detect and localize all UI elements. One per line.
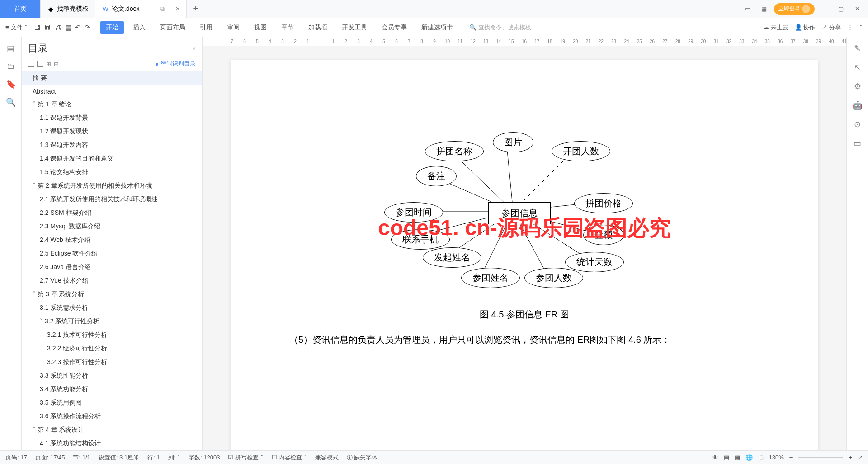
page-number[interactable]: 页码: 17: [5, 454, 27, 462]
chevron-down-icon[interactable]: ˅: [859, 24, 863, 31]
toc-item[interactable]: 1.4 课题开发的目的和意义: [22, 152, 202, 166]
spellcheck[interactable]: ☑ 拼写检查 ˅: [228, 454, 263, 462]
location-icon[interactable]: ⊙: [854, 119, 861, 129]
er-attr: 拼团名称: [425, 141, 484, 161]
toc-item[interactable]: 3.4 系统功能分析: [22, 383, 202, 396]
tab-home[interactable]: 首页: [0, 0, 41, 18]
toc-item[interactable]: 2.1 系统开发所使用的相关技术和环境概述: [22, 193, 202, 206]
ribbon-tab[interactable]: 加载项: [303, 21, 333, 34]
toc-item[interactable]: 1.2 课题开发现状: [22, 125, 202, 138]
toc-item[interactable]: 3.6 系统操作流程分析: [22, 410, 202, 423]
fullscreen-icon[interactable]: ⬚: [758, 454, 764, 461]
close-button[interactable]: ✕: [851, 3, 863, 15]
content-check[interactable]: ☐ 内容检查 ˅: [272, 454, 307, 462]
toc-item[interactable]: 2.6 Java 语言介绍: [22, 260, 202, 274]
share-button[interactable]: ↗ 分享: [821, 24, 841, 32]
toc-item[interactable]: 2.4 Web 技术介绍: [22, 233, 202, 247]
page-count[interactable]: 页面: 17/45: [35, 454, 65, 462]
file-menu[interactable]: ≡ 文件 ˅: [5, 24, 28, 32]
toc-item[interactable]: 3.1 系统需求分析: [22, 301, 202, 315]
preview-icon[interactable]: ▤: [65, 24, 71, 32]
folder-icon[interactable]: 🗀: [7, 62, 15, 71]
section[interactable]: 节: 1/1: [73, 454, 90, 462]
ribbon-tab[interactable]: 视图: [249, 21, 272, 34]
minus-icon[interactable]: ⊟: [54, 61, 59, 67]
grid-icon[interactable]: ▦: [758, 3, 770, 15]
ribbon-tab[interactable]: 章节: [276, 21, 299, 34]
ribbon-tab[interactable]: 引用: [194, 21, 218, 34]
close-sidebar-icon[interactable]: ×: [192, 45, 196, 52]
saveas-icon[interactable]: 🖬: [44, 24, 51, 32]
ribbon-tab[interactable]: 开发工具: [336, 21, 373, 34]
toc-item[interactable]: 3.5 系统用例图: [22, 396, 202, 410]
toc-item[interactable]: 1.5 论文结构安排: [22, 166, 202, 179]
settings-icon[interactable]: ⚙: [854, 81, 861, 91]
zoom-out-icon[interactable]: −: [789, 454, 793, 461]
toc-item[interactable]: 2.5 Eclipse 软件介绍: [22, 247, 202, 260]
plus-icon[interactable]: ⊞: [46, 61, 51, 67]
word-count[interactable]: 字数: 12003: [189, 454, 220, 462]
print-icon[interactable]: 🖨: [55, 24, 61, 32]
ribbon-tab[interactable]: 插入: [127, 21, 151, 34]
toc-item[interactable]: 4.1 系统功能结构设计: [22, 437, 202, 450]
toc-item[interactable]: ˅第 1 章 绪论: [22, 98, 202, 111]
ribbon-tab[interactable]: 会员专享: [376, 21, 412, 34]
toc-item[interactable]: Abstract: [22, 85, 202, 98]
close-icon[interactable]: ×: [175, 5, 179, 13]
search-icon[interactable]: 🔍: [6, 97, 16, 107]
smart-toc-button[interactable]: ● 智能识别目录: [155, 60, 196, 68]
avatar: [802, 5, 810, 13]
zoom-in-icon[interactable]: +: [849, 454, 852, 461]
toc-item[interactable]: ˅第 3 章 系统分析: [22, 288, 202, 301]
web-view-icon[interactable]: 🌐: [745, 454, 753, 461]
maximize-button[interactable]: ▢: [835, 3, 847, 15]
tab-document[interactable]: W论文.docx⧉×: [95, 0, 187, 18]
expand-icon[interactable]: ⤢: [858, 454, 863, 461]
new-tab-button[interactable]: +: [187, 4, 205, 14]
undo-icon[interactable]: ↶: [75, 24, 81, 32]
redo-icon[interactable]: ↷: [85, 24, 90, 32]
zoom-slider[interactable]: [798, 457, 843, 458]
expand-icon[interactable]: [28, 61, 34, 67]
tab-template[interactable]: ◆找稻壳模板: [41, 0, 95, 18]
minimize-button[interactable]: —: [818, 3, 831, 15]
toc-item[interactable]: 2.3 Mysql 数据库介绍: [22, 220, 202, 233]
toc-item[interactable]: 摘 要: [22, 71, 202, 85]
toc-item[interactable]: 2.7 Vue 技术介绍: [22, 274, 202, 288]
layout-view-icon[interactable]: ▦: [735, 454, 740, 461]
toc-item[interactable]: ˅3.2 系统可行性分析: [22, 315, 202, 328]
ribbon-tab[interactable]: 开始: [100, 21, 124, 34]
toc-item[interactable]: ˅第 2 章系统开发所使用的相关技术和环境: [22, 179, 202, 193]
outline-icon[interactable]: ▤: [7, 43, 14, 53]
toc-item[interactable]: 2.2 SSM 框架介绍: [22, 206, 202, 220]
view-mode-icon[interactable]: ▤: [724, 454, 729, 461]
toc-item[interactable]: 1.3 课题开发内容: [22, 138, 202, 152]
zoom-value[interactable]: 130%: [769, 454, 784, 461]
ribbon-tab[interactable]: 审阅: [222, 21, 245, 34]
save-icon[interactable]: 🖫: [34, 24, 41, 32]
assistant-icon[interactable]: 🤖: [853, 100, 863, 110]
layout-icon[interactable]: ▭: [741, 3, 754, 15]
toc-item[interactable]: ˅第 4 章 系统设计: [22, 423, 202, 437]
toc-item[interactable]: 1.1 课题开发背景: [22, 111, 202, 125]
toc-item[interactable]: 3.2.1 技术可行性分析: [22, 328, 202, 342]
search-input[interactable]: 🔍 查找命令、搜索模板: [469, 24, 531, 32]
popup-icon[interactable]: ⧉: [160, 5, 165, 13]
cloud-status[interactable]: ☁ 未上云: [763, 24, 788, 32]
toc-item[interactable]: 3.2.2 经济可行性分析: [22, 342, 202, 355]
ribbon-tab[interactable]: 新建选项卡: [416, 21, 458, 34]
bookmark-icon[interactable]: 🔖: [6, 79, 16, 89]
read-icon[interactable]: ▭: [854, 138, 861, 148]
missing-font[interactable]: ⓘ 缺失字体: [347, 454, 378, 462]
login-button[interactable]: 立即登录: [774, 3, 815, 15]
toc-item[interactable]: 3.3 系统性能分析: [22, 369, 202, 383]
collapse-icon[interactable]: [37, 61, 43, 67]
more-icon[interactable]: ⋮: [847, 24, 853, 31]
view-icon[interactable]: 👁: [712, 454, 718, 461]
ribbon-tab[interactable]: 页面布局: [155, 21, 191, 34]
cursor-icon[interactable]: ↖: [854, 62, 861, 72]
toc-item[interactable]: 3.2.3 操作可行性分析: [22, 355, 202, 369]
collab-button[interactable]: 👤 协作: [795, 24, 816, 32]
pen-icon[interactable]: ✎: [854, 43, 861, 53]
compat-mode[interactable]: 兼容模式: [315, 454, 339, 462]
